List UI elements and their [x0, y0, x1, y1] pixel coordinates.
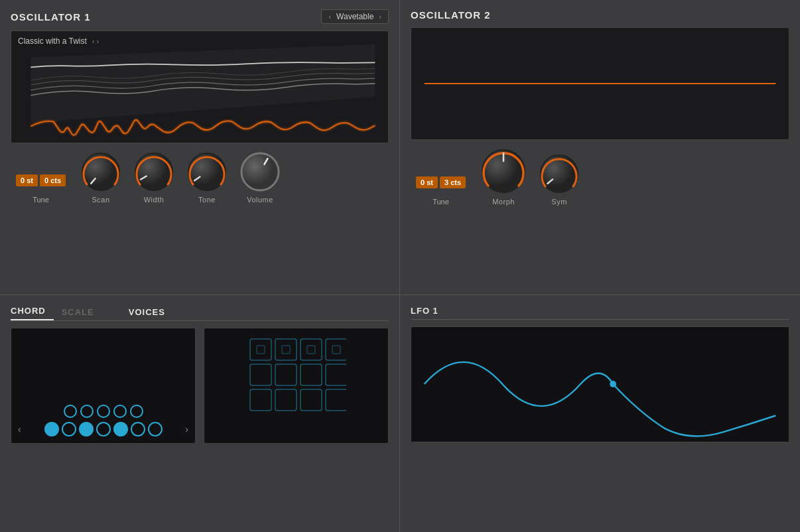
svg-rect-23	[326, 364, 346, 385]
chord-top-row	[18, 405, 188, 418]
svg-rect-18	[300, 339, 322, 360]
osc1-header: OSCILLATOR 1 ‹ Wavetable ›	[11, 9, 389, 24]
osc2-tune-area: 0 st 3 cts Tune	[416, 176, 466, 206]
osc2-semitones-box[interactable]: 0 st	[416, 176, 438, 188]
svg-point-2	[82, 153, 119, 190]
svg-rect-22	[300, 364, 322, 385]
chord-circle-1	[64, 405, 77, 418]
svg-rect-27	[326, 389, 346, 411]
waveform-label: Classic with a Twist ‹ ›	[18, 36, 99, 46]
voices-section-label: VOICES	[129, 306, 165, 320]
osc2-waveform-svg	[411, 28, 789, 139]
osc1-scan-control: Scan	[80, 151, 121, 204]
osc2-title: OSCILLATOR 2	[411, 9, 491, 21]
osc1-volume-control: Volume	[239, 151, 281, 204]
chord-filled-1[interactable]	[44, 422, 59, 436]
svg-rect-31	[332, 346, 340, 354]
osc1-tune-label: Tune	[33, 196, 49, 204]
chord-filled-2[interactable]	[79, 422, 94, 436]
osc1-width-control: Width	[133, 151, 174, 204]
waveform-name: Classic with a Twist	[18, 36, 87, 46]
osc2-waveform-display	[411, 27, 789, 140]
osc1-tune-boxes: 0 st 0 cts	[16, 174, 66, 186]
osc2-sym-label: Sym	[551, 198, 567, 206]
osc1-width-knob[interactable]	[133, 151, 174, 192]
osc1-tone-control: Tone	[186, 151, 228, 204]
scale-tab-label: SCALE	[62, 307, 94, 317]
osc1-title: OSCILLATOR 1	[11, 11, 91, 23]
oscillator-2-panel: OSCILLATOR 2 0 st 3 cts Tune	[400, 0, 800, 295]
svg-rect-19	[326, 339, 346, 360]
osc1-semitones-box[interactable]: 0 st	[16, 174, 38, 186]
osc2-tune-label: Tune	[433, 198, 449, 206]
osc2-sym-knob[interactable]	[539, 153, 580, 194]
osc2-header: OSCILLATOR 2	[411, 9, 789, 21]
svg-rect-24	[250, 389, 271, 411]
osc2-controls: 0 st 3 cts Tune	[411, 148, 789, 206]
osc2-morph-knob[interactable]	[480, 148, 527, 194]
chord-circle-3	[97, 405, 110, 418]
svg-rect-30	[307, 346, 315, 354]
oscillator-1-panel: OSCILLATOR 1 ‹ Wavetable › Classic with …	[0, 0, 400, 295]
svg-point-8	[241, 153, 279, 190]
svg-point-4	[135, 153, 172, 190]
svg-rect-20	[250, 364, 271, 385]
chord-empty-1[interactable]	[62, 422, 76, 436]
svg-rect-29	[282, 346, 290, 354]
chord-filled-3[interactable]	[113, 422, 128, 436]
chord-empty-4[interactable]	[148, 422, 163, 436]
wavetable-prev-arrow[interactable]: ‹	[328, 13, 331, 21]
osc2-cents-box[interactable]: 3 cts	[440, 176, 466, 188]
osc2-sym-control: Sym	[539, 153, 580, 206]
svg-point-6	[188, 153, 226, 190]
osc1-waveform-display: Classic with a Twist ‹ ›	[11, 31, 389, 143]
svg-rect-32	[411, 327, 789, 442]
svg-rect-16	[250, 339, 271, 360]
chord-next-arrow[interactable]: ›	[185, 424, 188, 434]
osc1-width-label: Width	[144, 196, 165, 204]
osc2-morph-control: Morph	[480, 148, 527, 206]
osc1-tune-area: 0 st 0 cts Tune	[16, 174, 66, 204]
svg-rect-25	[275, 389, 297, 411]
osc1-volume-label: Volume	[247, 196, 273, 204]
bottom-right-panel: LFO 1	[400, 295, 800, 533]
svg-rect-17	[275, 339, 297, 360]
osc1-tone-label: Tone	[198, 196, 216, 204]
osc1-controls: 0 st 0 cts Tune	[11, 151, 389, 204]
svg-rect-21	[275, 364, 297, 385]
osc1-scan-label: Scan	[92, 196, 110, 204]
lfo1-svg	[411, 327, 789, 442]
osc2-tune-boxes: 0 st 3 cts	[416, 176, 466, 188]
waveform-svg	[11, 31, 388, 143]
voices-grid-svg	[247, 336, 346, 435]
voices-title: VOICES	[129, 307, 165, 317]
osc1-volume-knob[interactable]	[239, 151, 281, 192]
chord-circle-2	[80, 405, 94, 418]
chord-bottom-row: ‹ ›	[18, 422, 188, 436]
osc1-cents-box[interactable]: 0 cts	[40, 174, 66, 186]
lfo1-title: LFO 1	[411, 306, 438, 316]
chord-panel: ‹ ›	[11, 328, 196, 444]
svg-point-14	[541, 155, 578, 192]
wavetable-type-label: Wavetable	[336, 12, 373, 21]
chord-tab-label: CHORD	[11, 306, 46, 316]
osc1-tone-knob[interactable]	[186, 151, 228, 192]
chord-tab[interactable]: CHORD	[11, 304, 54, 320]
voices-panel	[204, 328, 389, 444]
chord-prev-arrow[interactable]: ‹	[18, 424, 21, 434]
chord-empty-2[interactable]	[96, 422, 111, 436]
chord-circle-4	[113, 405, 127, 418]
chord-circle-5	[130, 405, 143, 418]
svg-rect-28	[257, 346, 265, 354]
lfo1-display	[411, 326, 789, 442]
chord-empty-3[interactable]	[131, 422, 145, 436]
svg-rect-26	[300, 389, 322, 411]
wavetable-selector[interactable]: ‹ Wavetable ›	[321, 9, 389, 24]
osc1-scan-knob[interactable]	[80, 151, 121, 192]
osc2-morph-label: Morph	[492, 198, 515, 206]
scale-tab[interactable]: SCALE	[54, 306, 102, 320]
wavetable-next-arrow[interactable]: ›	[379, 13, 381, 21]
bottom-left-panel: CHORD SCALE VOICES	[0, 295, 400, 533]
waveform-nav-arrows[interactable]: ‹ ›	[92, 37, 99, 45]
